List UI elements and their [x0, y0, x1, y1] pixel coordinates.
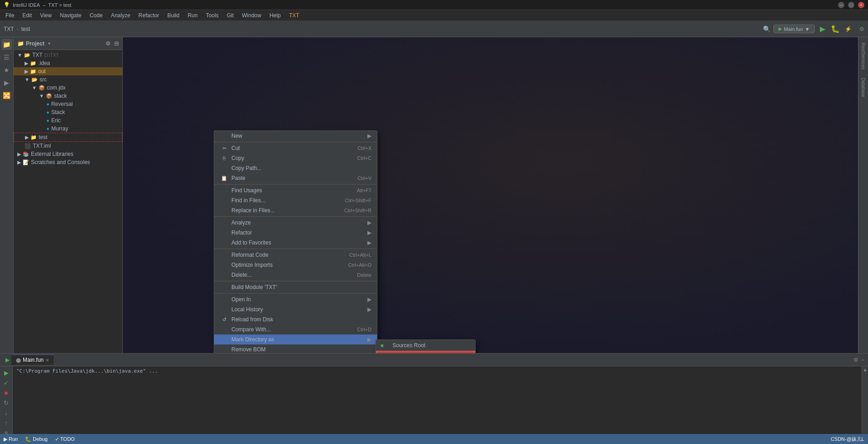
menu-code[interactable]: Code: [86, 11, 106, 20]
run-check-btn[interactable]: ✓: [2, 378, 11, 387]
right-tab-database[interactable]: Database: [860, 74, 867, 101]
project-collapse-icon[interactable]: ⊟: [114, 40, 119, 47]
project-settings-icon[interactable]: ⚙: [105, 40, 110, 47]
menu-help[interactable]: Help: [266, 11, 285, 20]
run-scroll-up-btn[interactable]: ↑: [2, 418, 11, 427]
context-menu: New ▶ ✂ Cut Ctrl+X ⎘ Copy Ctrl+C: [214, 130, 377, 353]
ctx-item-remove-bom[interactable]: Remove BOM: [214, 344, 377, 353]
run-stop-btn[interactable]: ■: [2, 388, 11, 397]
tree-item-stack-class[interactable]: ● Stack: [14, 108, 122, 116]
ctx-item-open-in[interactable]: Open In ▶: [214, 294, 377, 304]
ctx-item-new[interactable]: New ▶: [214, 131, 377, 141]
ctx-item-paste[interactable]: 📋 Paste Ctrl+V: [214, 173, 377, 183]
status-csdn: CSDN-@妹儿L: [831, 436, 864, 443]
run-scrollbar[interactable]: ▲ ▼: [862, 366, 868, 444]
menu-git[interactable]: Git: [223, 11, 237, 20]
optimize-shortcut: Ctrl+Alt+O: [348, 262, 371, 268]
separator-6: [214, 293, 377, 294]
ctx-item-compare[interactable]: Compare With... Ctrl+D: [214, 324, 377, 334]
run-scroll-down-btn[interactable]: ↓: [2, 408, 11, 417]
close-button[interactable]: ✕: [858, 2, 864, 8]
submenu-sources-root[interactable]: ■ Sources Root: [376, 340, 475, 351]
menu-file[interactable]: File: [2, 11, 18, 20]
activity-project[interactable]: 📁: [1, 39, 12, 50]
coverage-button[interactable]: ⚡: [843, 24, 853, 34]
menu-view[interactable]: View: [36, 11, 55, 20]
activity-favorites[interactable]: ★: [1, 65, 12, 75]
ctx-item-local-history[interactable]: Local History ▶: [214, 304, 377, 314]
breadcrumb-test[interactable]: test: [21, 26, 30, 32]
minimize-panel-icon[interactable]: −: [861, 357, 864, 363]
ctx-item-copy[interactable]: ⎘ Copy Ctrl+C: [214, 153, 377, 163]
menu-edit[interactable]: Edit: [19, 11, 35, 20]
menu-analyze[interactable]: Analyze: [107, 11, 134, 20]
menu-tools[interactable]: Tools: [202, 11, 222, 20]
run-tab-close[interactable]: ✕: [45, 358, 49, 363]
find-usages-shortcut: Alt+F7: [357, 188, 371, 193]
tree-item-stack-pkg[interactable]: ▼ 📦 stack: [14, 92, 122, 100]
settings-icon[interactable]: ⚙: [859, 26, 864, 32]
ctx-label-local-history: Local History: [231, 306, 367, 313]
ctx-label-replace-in-files: Replace in Files...: [231, 207, 335, 214]
ctx-item-cut[interactable]: ✂ Cut Ctrl+X: [214, 143, 377, 153]
submenu-test-sources-root[interactable]: ■ Test Sources Root: [376, 351, 475, 353]
menu-window[interactable]: Window: [238, 11, 265, 20]
minimize-button[interactable]: ─: [838, 2, 844, 8]
tab-run[interactable]: ⬤ Main.fun ✕: [11, 354, 54, 365]
activity-structure[interactable]: ☰: [1, 52, 12, 63]
activity-run[interactable]: ▶: [1, 77, 12, 88]
tree-item-eric[interactable]: ● Eric: [14, 116, 122, 125]
menu-run[interactable]: Run: [184, 11, 201, 20]
ctx-label-remove-bom: Remove BOM: [231, 346, 371, 353]
menu-navigate[interactable]: Navigate: [56, 11, 85, 20]
breadcrumb-txt[interactable]: TXT: [4, 26, 14, 32]
tree-item-test[interactable]: ▶ 📁 test: [14, 133, 122, 142]
ctx-item-delete[interactable]: Delete... Delete: [214, 270, 377, 280]
ctx-item-reformat[interactable]: Reformat Code Ctrl+Alt+L: [214, 250, 377, 260]
tree-item-idea[interactable]: ▶ 📁 .idea: [14, 59, 122, 67]
run-config-selector[interactable]: ▶ Main.fun ▼: [773, 25, 815, 33]
tree-item-extlibs[interactable]: ▶ 📚 External Libraries: [14, 150, 122, 158]
ctx-item-mark-directory[interactable]: Mark Directory as ▶: [214, 334, 377, 344]
menu-refactor[interactable]: Refactor: [135, 11, 163, 20]
run-play-btn[interactable]: ▶: [2, 368, 11, 377]
ctx-item-replace-in-files[interactable]: Replace in Files... Ctrl+Shift+R: [214, 205, 377, 215]
ctx-item-analyze[interactable]: Analyze ▶: [214, 218, 377, 228]
ctx-item-optimize[interactable]: Optimize Imports Ctrl+Alt+O: [214, 260, 377, 270]
status-run[interactable]: ▶ Run: [4, 436, 18, 442]
tree-item-reversal[interactable]: ● Reversal: [14, 100, 122, 108]
ctx-item-find-usages[interactable]: Find Usages Alt+F7: [214, 185, 377, 195]
run-rerun-btn[interactable]: ↻: [2, 398, 11, 407]
tree-item-scratches[interactable]: ▶ 📝 Scratches and Consoles: [14, 158, 122, 166]
ctx-item-add-favorites[interactable]: Add to Favorites ▶: [214, 238, 377, 248]
title-separator: –: [43, 2, 45, 8]
expand-icon-stack: ▼: [39, 93, 44, 99]
tree-item-txtiml[interactable]: ⬛ TXT.iml: [14, 142, 122, 150]
project-dropdown-icon[interactable]: ▼: [47, 41, 51, 46]
tree-item-comjdx[interactable]: ▼ 📦 com.jdx: [14, 84, 122, 92]
tree-item-src[interactable]: ▼ 📂 src: [14, 75, 122, 84]
right-tab-rest-services[interactable]: RestServices: [860, 39, 867, 73]
search-everywhere-icon[interactable]: 🔍: [763, 25, 771, 33]
debug-button[interactable]: 🐛: [830, 24, 840, 34]
ctx-item-reload[interactable]: ↺ Reload from Disk: [214, 314, 377, 324]
folder-icon-idea: 📁: [30, 60, 36, 66]
ctx-item-copy-path[interactable]: Copy Path...: [214, 163, 377, 173]
scroll-up-arrow[interactable]: ▲: [863, 367, 868, 372]
expand-icon: ▼: [17, 52, 22, 58]
ctx-item-find-in-files[interactable]: Find in Files... Ctrl+Shift+F: [214, 195, 377, 205]
status-todo[interactable]: ✓ TODO: [55, 436, 75, 442]
ctx-item-build-module[interactable]: Build Module 'TXT': [214, 282, 377, 292]
menu-build[interactable]: Build: [164, 11, 183, 20]
run-button[interactable]: ▶: [818, 24, 828, 34]
submenu-mark-directory: ■ Sources Root ■ Test Sources Root ■ Res…: [376, 339, 476, 353]
settings-run-icon[interactable]: ⚙: [853, 357, 858, 363]
tree-item-txt-root[interactable]: ▼ 📂 TXT D:\TXT: [14, 51, 122, 59]
tree-label-comjdx: com.jdx: [47, 85, 65, 91]
tree-item-murray[interactable]: ● Murray: [14, 125, 122, 133]
status-debug[interactable]: 🐛 Debug: [25, 436, 47, 442]
maximize-button[interactable]: □: [848, 2, 854, 8]
activity-git[interactable]: 🔀: [1, 90, 12, 101]
ctx-item-refactor[interactable]: Refactor ▶: [214, 228, 377, 238]
tree-item-out[interactable]: ▶ 📁 out: [14, 67, 122, 75]
